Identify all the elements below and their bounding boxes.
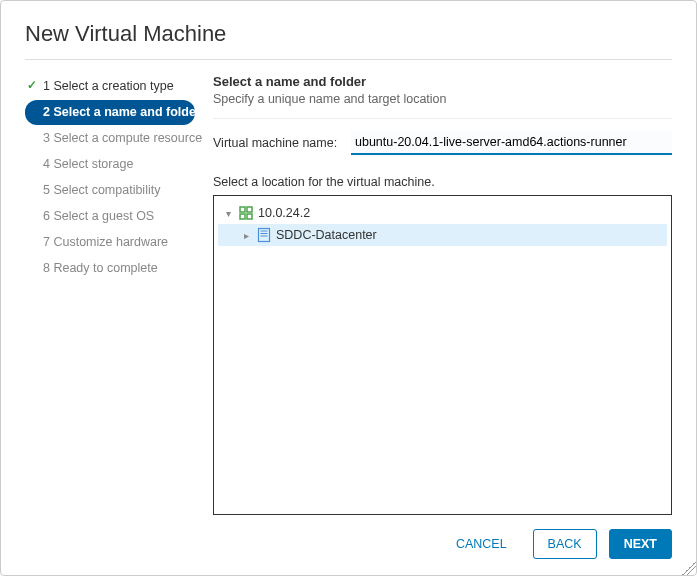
step-label: 5 Select compatibility	[43, 183, 160, 197]
step-5: 5 Select compatibility	[25, 178, 195, 203]
vm-name-row: Virtual machine name:	[213, 131, 672, 155]
dialog-body: ✓ 1 Select a creation type 2 Select a na…	[25, 70, 672, 515]
step-1[interactable]: ✓ 1 Select a creation type	[25, 74, 195, 99]
host-icon	[238, 205, 254, 221]
step-7: 7 Customize hardware	[25, 230, 195, 255]
step-label: 1 Select a creation type	[43, 79, 174, 93]
datacenter-icon	[256, 227, 272, 243]
step-label: 2 Select a name and folder	[43, 105, 201, 119]
dialog-title: New Virtual Machine	[25, 21, 672, 47]
chevron-right-icon[interactable]: ▸	[240, 230, 252, 241]
vm-name-label: Virtual machine name:	[213, 136, 341, 150]
tree-label: 10.0.24.2	[258, 206, 310, 220]
section-subheading: Specify a unique name and target locatio…	[213, 92, 672, 106]
step-4: 4 Select storage	[25, 152, 195, 177]
step-label: 6 Select a guest OS	[43, 209, 154, 223]
step-6: 6 Select a guest OS	[25, 204, 195, 229]
step-label: 3 Select a compute resource	[43, 131, 202, 145]
step-label: 4 Select storage	[43, 157, 133, 171]
svg-rect-1	[247, 207, 252, 212]
location-label: Select a location for the virtual machin…	[213, 175, 672, 189]
step-label: 8 Ready to complete	[43, 261, 158, 275]
new-vm-dialog: New Virtual Machine ✓ 1 Select a creatio…	[0, 0, 697, 576]
dialog-footer: CANCEL BACK NEXT	[25, 515, 672, 559]
next-button[interactable]: NEXT	[609, 529, 672, 559]
check-icon: ✓	[27, 78, 37, 92]
step-8: 8 Ready to complete	[25, 256, 195, 281]
tree-label: SDDC-Datacenter	[276, 228, 377, 242]
tree-root[interactable]: ▾ 10.0.24.2	[218, 202, 667, 224]
resize-grip[interactable]	[682, 561, 696, 575]
vm-name-input[interactable]	[351, 131, 672, 155]
svg-rect-2	[240, 214, 245, 219]
back-button[interactable]: BACK	[533, 529, 597, 559]
step-2[interactable]: 2 Select a name and folder	[25, 100, 195, 125]
wizard-content: Select a name and folder Specify a uniqu…	[213, 70, 672, 515]
cancel-button[interactable]: CANCEL	[442, 530, 521, 558]
wizard-steps: ✓ 1 Select a creation type 2 Select a na…	[25, 70, 195, 515]
step-3: 3 Select a compute resource	[25, 126, 195, 151]
location-tree[interactable]: ▾ 10.0.24.2 ▸ SDDC-Datacenter	[213, 195, 672, 515]
divider	[213, 118, 672, 119]
chevron-down-icon[interactable]: ▾	[222, 208, 234, 219]
svg-rect-0	[240, 207, 245, 212]
step-label: 7 Customize hardware	[43, 235, 168, 249]
divider	[25, 59, 672, 60]
svg-rect-3	[247, 214, 252, 219]
tree-child-sddc[interactable]: ▸ SDDC-Datacenter	[218, 224, 667, 246]
section-heading: Select a name and folder	[213, 74, 672, 89]
svg-rect-4	[259, 229, 270, 242]
